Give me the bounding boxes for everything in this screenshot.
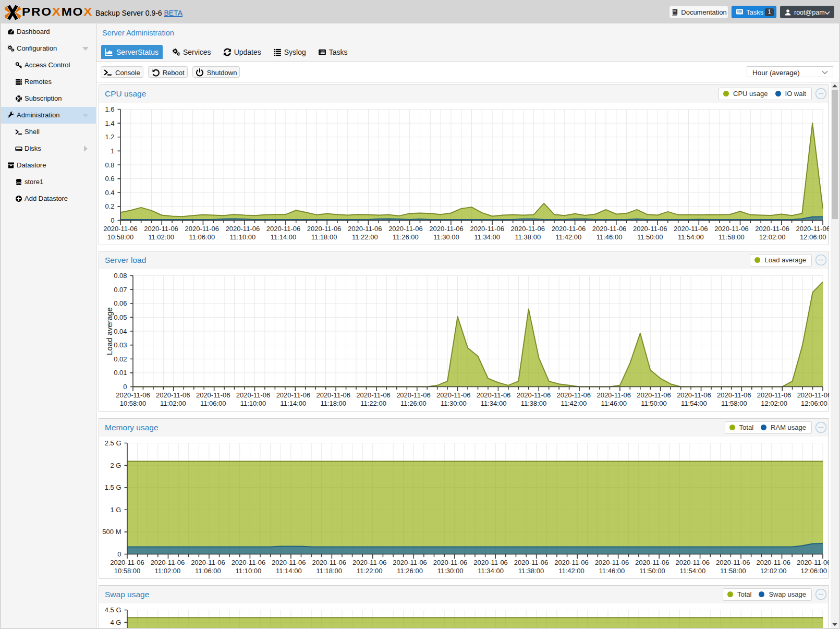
svg-text:0: 0 <box>111 216 114 224</box>
svg-text:11:10:00: 11:10:00 <box>230 233 256 241</box>
svg-text:11:34:00: 11:34:00 <box>478 567 504 575</box>
svg-text:0.02: 0.02 <box>114 355 127 363</box>
svg-text:2020-11-06: 2020-11-06 <box>797 391 829 399</box>
svg-text:4.5 G: 4.5 G <box>105 606 121 614</box>
svg-text:2020-11-06: 2020-11-06 <box>226 225 260 233</box>
svg-text:11:02:00: 11:02:00 <box>155 567 181 575</box>
svg-text:11:06:00: 11:06:00 <box>200 400 226 407</box>
svg-text:2020-11-06: 2020-11-06 <box>637 391 671 399</box>
svg-text:2020-11-06: 2020-11-06 <box>236 391 271 399</box>
svg-text:500 M: 500 M <box>102 528 121 536</box>
svg-text:2020-11-06: 2020-11-06 <box>110 559 144 566</box>
svg-text:12:02:00: 12:02:00 <box>760 567 787 575</box>
svg-text:0.06: 0.06 <box>114 299 127 307</box>
svg-text:11:18:00: 11:18:00 <box>316 567 342 575</box>
svg-text:2020-11-06: 2020-11-06 <box>596 391 631 399</box>
svg-text:11:30:00: 11:30:00 <box>433 233 459 241</box>
svg-text:12:06:00: 12:06:00 <box>800 233 826 241</box>
svg-text:11:26:00: 11:26:00 <box>400 400 427 407</box>
svg-text:11:50:00: 11:50:00 <box>639 567 665 575</box>
svg-text:2020-11-06: 2020-11-06 <box>595 559 629 566</box>
svg-text:11:38:00: 11:38:00 <box>515 233 541 241</box>
svg-text:0.08: 0.08 <box>114 272 127 280</box>
svg-text:2020-11-06: 2020-11-06 <box>674 225 708 233</box>
svg-text:2020-11-06: 2020-11-06 <box>511 225 545 233</box>
svg-text:11:54:00: 11:54:00 <box>681 400 707 407</box>
svg-text:2020-11-06: 2020-11-06 <box>517 391 551 399</box>
svg-text:11:22:00: 11:22:00 <box>360 400 386 407</box>
svg-text:2020-11-06: 2020-11-06 <box>677 391 711 399</box>
svg-text:11:22:00: 11:22:00 <box>357 567 383 575</box>
svg-text:10:58:00: 10:58:00 <box>114 567 141 575</box>
svg-text:4 G: 4 G <box>111 619 121 626</box>
svg-text:11:18:00: 11:18:00 <box>320 400 346 407</box>
svg-text:2020-11-06: 2020-11-06 <box>755 225 789 233</box>
svg-text:2020-11-06: 2020-11-06 <box>676 559 710 566</box>
svg-text:2020-11-06: 2020-11-06 <box>316 391 350 399</box>
svg-text:2020-11-06: 2020-11-06 <box>144 225 178 233</box>
svg-text:11:10:00: 11:10:00 <box>240 400 266 407</box>
svg-text:11:50:00: 11:50:00 <box>637 233 663 241</box>
svg-text:2020-11-06: 2020-11-06 <box>185 225 220 233</box>
svg-text:11:54:00: 11:54:00 <box>679 567 705 575</box>
svg-text:0.03: 0.03 <box>114 341 127 349</box>
svg-text:11:42:00: 11:42:00 <box>556 233 582 241</box>
svg-text:2020-11-06: 2020-11-06 <box>433 559 468 566</box>
svg-text:2020-11-06: 2020-11-06 <box>429 225 464 233</box>
svg-text:2020-11-06: 2020-11-06 <box>477 391 511 399</box>
svg-text:2020-11-06: 2020-11-06 <box>388 225 423 233</box>
svg-text:2020-11-06: 2020-11-06 <box>717 391 751 399</box>
svg-text:2020-11-06: 2020-11-06 <box>592 225 627 233</box>
svg-text:2020-11-06: 2020-11-06 <box>312 559 346 566</box>
svg-text:12:02:00: 12:02:00 <box>759 233 786 241</box>
svg-text:2020-11-06: 2020-11-06 <box>151 559 185 566</box>
svg-text:0.8: 0.8 <box>105 161 114 169</box>
svg-text:11:06:00: 11:06:00 <box>195 567 221 575</box>
svg-text:2020-11-06: 2020-11-06 <box>272 559 306 566</box>
svg-text:0.07: 0.07 <box>114 286 127 294</box>
svg-text:1.5 G: 1.5 G <box>105 483 121 491</box>
svg-text:11:30:00: 11:30:00 <box>437 567 464 575</box>
svg-text:11:58:00: 11:58:00 <box>721 400 747 407</box>
svg-text:2020-11-06: 2020-11-06 <box>473 559 508 566</box>
svg-text:11:38:00: 11:38:00 <box>521 400 547 407</box>
svg-text:0.04: 0.04 <box>114 328 127 335</box>
svg-text:2020-11-06: 2020-11-06 <box>436 391 471 399</box>
svg-text:1 G: 1 G <box>111 506 121 514</box>
svg-text:0.4: 0.4 <box>105 189 114 197</box>
svg-text:2020-11-06: 2020-11-06 <box>232 559 266 566</box>
svg-text:2020-11-06: 2020-11-06 <box>356 391 391 399</box>
svg-text:0.05: 0.05 <box>114 313 127 321</box>
svg-text:10:58:00: 10:58:00 <box>107 233 134 241</box>
svg-text:12:06:00: 12:06:00 <box>801 400 827 407</box>
svg-text:2020-11-06: 2020-11-06 <box>307 225 342 233</box>
svg-text:2020-11-06: 2020-11-06 <box>156 391 190 399</box>
svg-text:2020-11-06: 2020-11-06 <box>276 391 311 399</box>
svg-text:11:02:00: 11:02:00 <box>148 233 174 241</box>
svg-text:11:54:00: 11:54:00 <box>678 233 704 241</box>
svg-text:1: 1 <box>111 147 114 155</box>
svg-text:2020-11-06: 2020-11-06 <box>396 391 431 399</box>
svg-text:11:50:00: 11:50:00 <box>641 400 667 407</box>
svg-text:11:38:00: 11:38:00 <box>518 567 544 575</box>
svg-text:11:26:00: 11:26:00 <box>393 233 419 241</box>
svg-text:2020-11-06: 2020-11-06 <box>103 225 138 233</box>
svg-text:11:18:00: 11:18:00 <box>311 233 337 241</box>
svg-text:2020-11-06: 2020-11-06 <box>557 391 591 399</box>
svg-text:0.6: 0.6 <box>105 175 114 183</box>
svg-text:11:58:00: 11:58:00 <box>720 567 746 575</box>
svg-text:11:22:00: 11:22:00 <box>352 233 378 241</box>
svg-text:2020-11-06: 2020-11-06 <box>756 559 790 566</box>
svg-text:11:06:00: 11:06:00 <box>189 233 215 241</box>
svg-text:2020-11-06: 2020-11-06 <box>266 225 301 233</box>
svg-text:2020-11-06: 2020-11-06 <box>514 559 549 566</box>
svg-text:2020-11-06: 2020-11-06 <box>796 225 829 233</box>
svg-text:2020-11-06: 2020-11-06 <box>797 559 829 566</box>
svg-text:2020-11-06: 2020-11-06 <box>716 559 750 566</box>
svg-text:11:14:00: 11:14:00 <box>271 233 297 241</box>
svg-text:2020-11-06: 2020-11-06 <box>191 559 225 566</box>
svg-text:2020-11-06: 2020-11-06 <box>714 225 749 233</box>
svg-text:2.5 G: 2.5 G <box>105 439 121 447</box>
svg-text:11:10:00: 11:10:00 <box>236 567 262 575</box>
svg-text:11:14:00: 11:14:00 <box>281 400 307 407</box>
